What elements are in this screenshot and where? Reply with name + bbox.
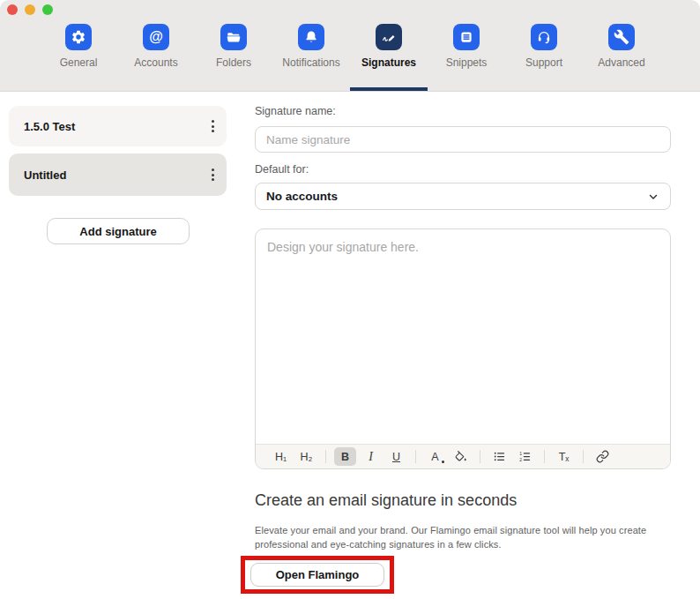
italic-button[interactable]: I (360, 447, 382, 466)
selected-value: No accounts (266, 190, 338, 203)
tab-folders[interactable]: Folders (198, 0, 269, 91)
paint-bucket-icon[interactable] (450, 447, 472, 466)
close-button[interactable] (7, 4, 18, 15)
svg-text:2: 2 (519, 457, 522, 462)
preferences-window: General @ Accounts Folders Notifications (0, 0, 700, 599)
bell-icon (298, 24, 324, 50)
promo-description: Elevate your email and your brand. Our F… (255, 524, 673, 552)
kebab-menu-icon[interactable] (208, 165, 218, 184)
headset-icon (531, 24, 557, 50)
text-color-button[interactable]: A (424, 447, 446, 466)
wrench-icon (608, 24, 635, 50)
toolbar-divider (480, 450, 480, 463)
gear-icon (65, 24, 92, 50)
list-ordered-icon[interactable]: 12 (514, 447, 536, 466)
signature-pen-icon (376, 24, 402, 50)
tab-label: Notifications (282, 56, 339, 69)
svg-text:1: 1 (519, 451, 522, 456)
kebab-menu-icon[interactable] (208, 116, 218, 136)
folder-icon (220, 24, 247, 50)
tab-support[interactable]: Support (509, 0, 579, 91)
signature-editor[interactable]: Design your signature here. H₁ H₂ B I U … (255, 228, 671, 469)
toolbar-divider (325, 450, 326, 463)
tab-label: Folders (216, 56, 251, 69)
tab-label: Support (525, 56, 562, 69)
heading1-button[interactable]: H₁ (270, 447, 292, 466)
tab-signatures[interactable]: Signatures (354, 0, 424, 91)
tab-notifications[interactable]: Notifications (276, 0, 346, 91)
bold-button[interactable]: B (334, 447, 356, 466)
annotation-highlight-box: Open Flamingo (241, 556, 394, 594)
minimize-button[interactable] (25, 4, 35, 15)
tab-advanced[interactable]: Advanced (586, 0, 657, 91)
add-signature-button[interactable]: Add signature (47, 218, 190, 244)
default-for-select[interactable]: No accounts (255, 183, 671, 210)
signature-name: Untitled (24, 168, 66, 182)
editor-toolbar: H₁ H₂ B I U A 12 Tₓ (256, 444, 670, 468)
tab-label: Advanced (598, 56, 644, 69)
tab-bar: General @ Accounts Folders Notifications (0, 0, 700, 92)
signature-list-item-selected[interactable]: Untitled (9, 153, 227, 196)
toolbar-divider (583, 450, 584, 463)
open-flamingo-button[interactable]: Open Flamingo (250, 563, 384, 587)
tab-label: Snippets (446, 56, 488, 69)
tab-general[interactable]: General (43, 0, 114, 91)
heading2-button[interactable]: H₂ (295, 447, 317, 466)
list-unordered-icon[interactable] (488, 447, 510, 466)
promo-heading: Create an email signature in seconds (255, 491, 517, 510)
toolbar-divider (544, 450, 545, 463)
color-dot (442, 460, 445, 464)
snippets-icon (453, 24, 480, 50)
chevron-down-icon (647, 191, 659, 203)
at-icon: @ (143, 24, 169, 50)
tab-label: Signatures (361, 56, 416, 69)
tab-snippets[interactable]: Snippets (431, 0, 502, 91)
default-for-label: Default for: (255, 163, 309, 176)
signature-name-input[interactable] (255, 126, 671, 153)
tab-accounts[interactable]: @ Accounts (121, 0, 191, 91)
clear-formatting-button[interactable]: Tₓ (553, 447, 575, 466)
signature-name: 1.5.0 Test (24, 120, 75, 133)
editor-placeholder: Design your signature here. (267, 240, 419, 254)
signature-list-item[interactable]: 1.5.0 Test (9, 106, 227, 146)
link-icon[interactable] (592, 447, 614, 466)
tab-label: Accounts (134, 56, 177, 69)
tab-label: General (60, 56, 98, 69)
toolbar-divider (415, 450, 416, 463)
signature-name-label: Signature name: (255, 105, 336, 117)
underline-button[interactable]: U (385, 447, 407, 466)
